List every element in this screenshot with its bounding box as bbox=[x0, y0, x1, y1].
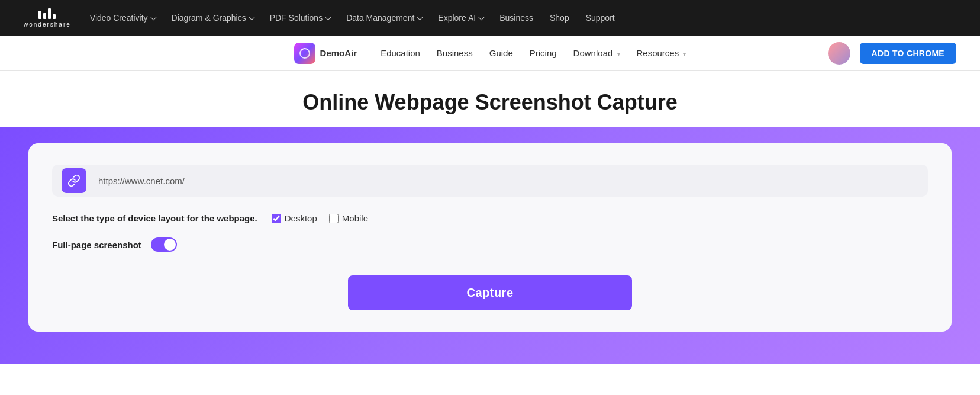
sec-nav-resources[interactable]: Resources ▾ bbox=[637, 48, 686, 59]
nav-item-support[interactable]: Support bbox=[586, 13, 615, 23]
mobile-label[interactable]: Mobile bbox=[342, 213, 368, 223]
device-layout-row: Select the type of device layout for the… bbox=[52, 213, 928, 223]
mobile-checkbox[interactable] bbox=[329, 214, 339, 223]
toggle-thumb bbox=[164, 239, 176, 251]
sec-nav-business[interactable]: Business bbox=[437, 48, 473, 59]
chain-link-icon bbox=[67, 174, 80, 187]
user-avatar[interactable] bbox=[828, 42, 850, 65]
device-checkbox-group: Desktop Mobile bbox=[272, 213, 368, 223]
chevron-icon bbox=[417, 14, 423, 20]
nav-item-business[interactable]: Business bbox=[499, 13, 533, 23]
fullpage-toggle-row: Full-page screenshot bbox=[52, 237, 928, 252]
sec-nav-download[interactable]: Download ▾ bbox=[573, 48, 620, 59]
desktop-label[interactable]: Desktop bbox=[285, 213, 317, 223]
demoair-logo[interactable]: DemoAir bbox=[294, 43, 357, 64]
nav-item-diagram-graphics[interactable]: Diagram & Graphics bbox=[172, 13, 253, 23]
demoair-name: DemoAir bbox=[320, 48, 357, 58]
wondershare-logo[interactable]: wondershare bbox=[24, 8, 71, 28]
nav-item-video-creativity[interactable]: Video Creativity bbox=[90, 13, 155, 23]
demoair-app-icon bbox=[294, 43, 315, 64]
toggle-track bbox=[151, 237, 177, 252]
chevron-down-icon: ▾ bbox=[683, 51, 686, 57]
capture-button[interactable]: Capture bbox=[348, 275, 632, 310]
fullpage-label: Full-page screenshot bbox=[52, 240, 141, 250]
device-layout-label: Select the type of device layout for the… bbox=[52, 213, 257, 223]
secondary-nav-list: Education Business Guide Pricing Downloa… bbox=[381, 48, 686, 59]
capture-button-row: Capture bbox=[52, 275, 928, 310]
chevron-down-icon: ▾ bbox=[617, 51, 620, 57]
url-input[interactable] bbox=[94, 169, 918, 193]
mobile-option[interactable]: Mobile bbox=[329, 213, 368, 223]
desktop-checkbox[interactable] bbox=[272, 214, 281, 223]
chevron-icon bbox=[478, 14, 485, 20]
nav-item-shop[interactable]: Shop bbox=[550, 13, 569, 23]
main-content-area: Select the type of device layout for the… bbox=[0, 127, 980, 364]
nav-item-data-management[interactable]: Data Management bbox=[346, 13, 421, 23]
fullpage-toggle[interactable] bbox=[151, 237, 177, 252]
sec-nav-education[interactable]: Education bbox=[381, 48, 420, 59]
add-to-chrome-button[interactable]: ADD TO CHROME bbox=[860, 43, 956, 64]
chevron-icon bbox=[150, 14, 156, 20]
secondary-nav-right: ADD TO CHROME bbox=[828, 42, 956, 65]
sec-nav-pricing[interactable]: Pricing bbox=[530, 48, 557, 59]
chevron-icon bbox=[248, 14, 254, 20]
top-navigation: wondershare Video Creativity Diagram & G… bbox=[0, 0, 980, 36]
desktop-option[interactable]: Desktop bbox=[272, 213, 317, 223]
nav-item-explore-ai[interactable]: Explore AI bbox=[438, 13, 483, 23]
url-input-row bbox=[52, 165, 928, 197]
secondary-navigation: DemoAir Education Business Guide Pricing… bbox=[0, 36, 980, 71]
nav-item-pdf-solutions[interactable]: PDF Solutions bbox=[270, 13, 330, 23]
chevron-icon bbox=[325, 14, 331, 20]
capture-card: Select the type of device layout for the… bbox=[28, 143, 952, 332]
link-icon bbox=[62, 168, 86, 193]
sec-nav-guide[interactable]: Guide bbox=[489, 48, 513, 59]
page-title: Online Webpage Screenshot Capture bbox=[12, 90, 968, 115]
brand-name: wondershare bbox=[24, 21, 71, 28]
page-title-section: Online Webpage Screenshot Capture bbox=[0, 71, 980, 115]
top-nav-list: Video Creativity Diagram & Graphics PDF … bbox=[90, 13, 615, 23]
